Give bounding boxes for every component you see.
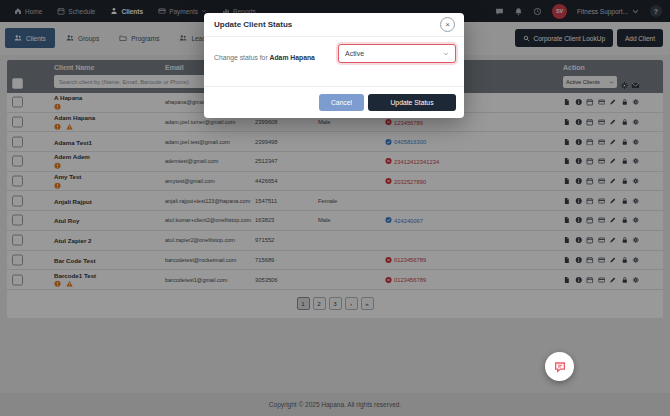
chevron-down-icon — [443, 51, 449, 57]
update-status-button[interactable]: Update Status — [368, 94, 456, 111]
update-client-status-modal: Update Client Status × Change status for… — [204, 13, 464, 118]
app-screen: Home Schedule Clients Payments Reports — [0, 0, 670, 416]
modal-title: Update Client Status — [214, 20, 292, 29]
status-select[interactable]: Active — [338, 44, 456, 63]
status-select-value: Active — [345, 50, 364, 57]
modal-body: Change status for Adam Hapana Active — [204, 37, 464, 87]
modal-footer: Cancel Update Status — [204, 87, 464, 119]
client-name-bold: Adam Hapana — [270, 54, 315, 61]
intercom-chat-icon — [553, 360, 567, 374]
label-prefix: Change status for — [214, 54, 268, 61]
modal-header: Update Client Status × — [204, 13, 464, 37]
close-icon[interactable]: × — [440, 17, 455, 32]
cancel-button[interactable]: Cancel — [319, 94, 364, 111]
status-change-label: Change status for Adam Hapana — [214, 54, 315, 61]
chat-widget-button[interactable] — [545, 352, 574, 381]
